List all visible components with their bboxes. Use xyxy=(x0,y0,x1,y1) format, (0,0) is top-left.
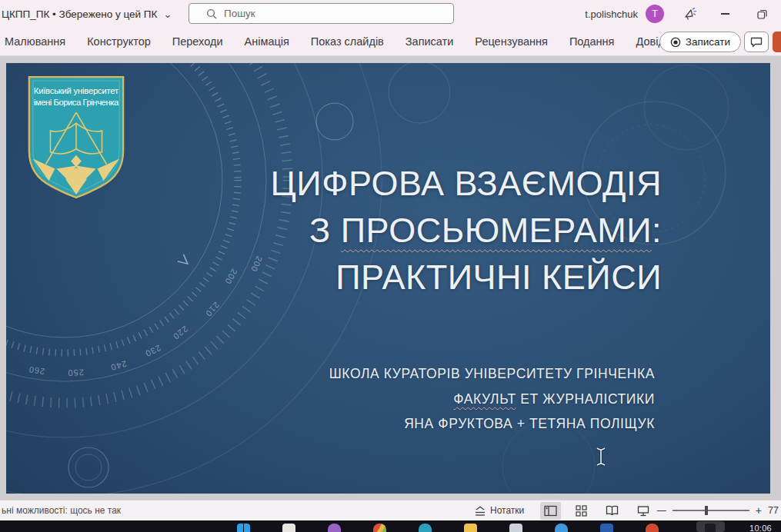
record-button[interactable]: Записати xyxy=(659,32,741,52)
status-bar: ьні можливості: щось не так Нотатки xyxy=(0,500,781,520)
title-line-1: ЦИФРОВА ВЗАЄМОДІЯ xyxy=(271,160,662,207)
notes-label: Нотатки xyxy=(490,505,524,516)
taskbar-active-app[interactable] xyxy=(696,521,725,532)
ruler-number: 220 xyxy=(171,324,189,341)
taskbar-app-icon[interactable] xyxy=(419,524,432,532)
taskbar-app-icon[interactable] xyxy=(328,524,341,532)
normal-view-button[interactable] xyxy=(540,502,561,520)
tab-slideshow[interactable]: Показ слайдів xyxy=(300,28,395,55)
zoom-out-button[interactable]: — xyxy=(657,505,666,516)
misspelled-word: ФАКУЛЬТ xyxy=(453,391,516,407)
slideshow-icon xyxy=(637,505,649,517)
taskbar-app-icon[interactable] xyxy=(555,524,568,532)
document-title-dropdown[interactable]: ЦКПП_ПК • Збережено у цей ПК ⌄ xyxy=(2,0,172,28)
zoom-percentage[interactable]: 77 xyxy=(768,505,781,516)
present-button[interactable] xyxy=(773,32,781,52)
taskbar-app-icon[interactable] xyxy=(282,524,295,532)
reading-view-icon xyxy=(606,505,619,516)
ribbon-tab-bar: Малювання Конструктор Переходи Анімація … xyxy=(0,28,781,56)
taskbar-app-icon[interactable] xyxy=(509,524,522,532)
taskbar-active-app-icon xyxy=(705,524,716,532)
whats-new-button[interactable] xyxy=(679,3,701,25)
tab-drawing[interactable]: Малювання xyxy=(0,28,76,55)
reading-view-button[interactable] xyxy=(602,502,622,520)
editing-workspace: 260 250 240 230 220 210 200 200 Київськи… xyxy=(0,56,781,500)
subtitle-line-3: ЯНА ФРУКТОВА + ТЕТЯНА ПОЛІЩУК xyxy=(329,411,655,437)
slide-canvas[interactable]: 260 250 240 230 220 210 200 200 Київськи… xyxy=(6,63,770,494)
taskbar-explorer-icon[interactable] xyxy=(464,524,477,532)
powerpoint-window: ЦКПП_ПК • Збережено у цей ПК ⌄ Пошук t.p… xyxy=(0,0,781,532)
logo-text-line1: Київський університет xyxy=(34,86,118,95)
text-cursor xyxy=(595,446,607,470)
avatar-initial: T xyxy=(652,8,658,19)
ruler-number: 200 xyxy=(249,254,265,273)
tab-record[interactable]: Записати xyxy=(395,28,465,55)
ruler-number: 200 xyxy=(223,268,239,286)
university-logo[interactable]: Київський університет імені Бориса Грінч… xyxy=(23,73,129,205)
taskbar-app-icon[interactable] xyxy=(373,524,386,532)
comment-icon xyxy=(750,37,763,48)
megaphone-icon xyxy=(683,7,698,22)
ruler-number: 250 xyxy=(67,367,84,377)
subtitle-line-2: ФАКУЛЬТ ЕТ ЖУРНАЛІСТИКИ xyxy=(329,387,655,412)
slide-title-textbox[interactable]: ЦИФРОВА ВЗАЄМОДІЯ З ПРОСЬЮМЕРАМИ: ПРАКТИ… xyxy=(271,160,662,301)
chevron-down-icon: ⌄ xyxy=(163,8,172,20)
slideshow-view-button[interactable] xyxy=(632,502,653,520)
tab-design[interactable]: Конструктор xyxy=(76,28,162,55)
zoom-slider[interactable] xyxy=(673,510,749,510)
notes-button[interactable]: Нотатки xyxy=(474,500,524,520)
taskbar-app-icon[interactable] xyxy=(600,524,613,532)
user-name: t.polishchuk xyxy=(585,8,638,20)
misspelled-word: ПРОСЬЮМЕРАМИ xyxy=(341,211,652,250)
search-icon xyxy=(206,8,217,19)
windows-taskbar: 10:06 xyxy=(0,520,781,532)
search-placeholder: Пошук xyxy=(224,8,255,19)
taskbar-start-icon[interactable] xyxy=(237,524,250,532)
ruler-number: 260 xyxy=(28,365,45,377)
taskbar-clock[interactable]: 10:06 xyxy=(749,524,772,532)
search-input[interactable]: Пошук xyxy=(189,3,454,24)
slide-sorter-icon xyxy=(576,505,587,517)
minimize-icon xyxy=(721,13,729,15)
ruler-number: 240 xyxy=(109,359,128,372)
record-icon xyxy=(670,37,681,48)
tab-review[interactable]: Рецензування xyxy=(464,28,559,55)
taskbar-app-icon[interactable] xyxy=(646,524,659,532)
ruler-number: 210 xyxy=(203,301,221,319)
slide-subtitle-textbox[interactable]: ШКОЛА КУРАТОРІВ УНІВЕРСИТЕТУ ГРІНЧЕНКА Ф… xyxy=(329,361,655,437)
zoom-slider-thumb[interactable] xyxy=(705,506,709,516)
ruler-number: 230 xyxy=(144,343,162,358)
avatar[interactable]: T xyxy=(646,5,664,23)
tab-view[interactable]: Подання xyxy=(559,28,626,55)
comments-button[interactable] xyxy=(744,32,769,52)
document-title: ЦКПП_ПК • Збережено у цей ПК xyxy=(2,8,157,20)
title-line-3: ПРАКТИЧНІ КЕЙСИ xyxy=(271,254,662,301)
subtitle-line-1: ШКОЛА КУРАТОРІВ УНІВЕРСИТЕТУ ГРІНЧЕНКА xyxy=(329,361,655,387)
restore-button[interactable] xyxy=(750,2,773,25)
accessibility-status[interactable]: ьні можливості: щось не так xyxy=(2,500,121,520)
title-bar: ЦКПП_ПК • Збережено у цей ПК ⌄ Пошук t.p… xyxy=(0,0,781,28)
notes-icon xyxy=(474,505,486,517)
record-button-label: Записати xyxy=(686,36,730,48)
restore-icon xyxy=(757,9,767,19)
normal-view-icon xyxy=(544,505,557,517)
slide-sorter-view-button[interactable] xyxy=(571,502,592,520)
logo-text-line2: імені Бориса Грінченка xyxy=(34,98,119,107)
tab-transitions[interactable]: Переходи xyxy=(162,28,234,55)
zoom-in-button[interactable]: + xyxy=(756,504,762,517)
title-line-2: З ПРОСЬЮМЕРАМИ: xyxy=(271,207,662,254)
tab-animations[interactable]: Анімація xyxy=(234,28,300,55)
minimize-button[interactable] xyxy=(713,2,736,25)
